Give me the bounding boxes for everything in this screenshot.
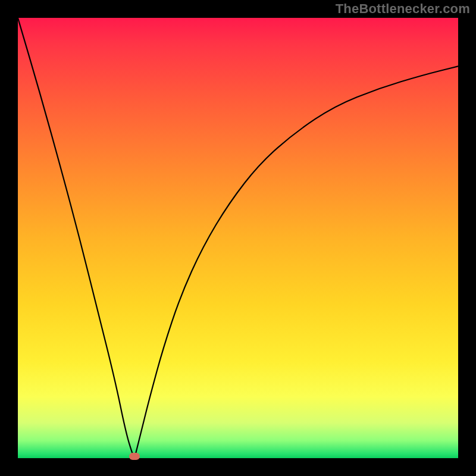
watermark-text: TheBottlenecker.com bbox=[336, 1, 470, 17]
bottleneck-curve-path bbox=[18, 18, 458, 457]
curve-svg bbox=[18, 18, 458, 458]
plot-area bbox=[18, 18, 458, 458]
minimum-marker bbox=[129, 453, 140, 460]
chart-frame: TheBottlenecker.com bbox=[0, 0, 476, 476]
